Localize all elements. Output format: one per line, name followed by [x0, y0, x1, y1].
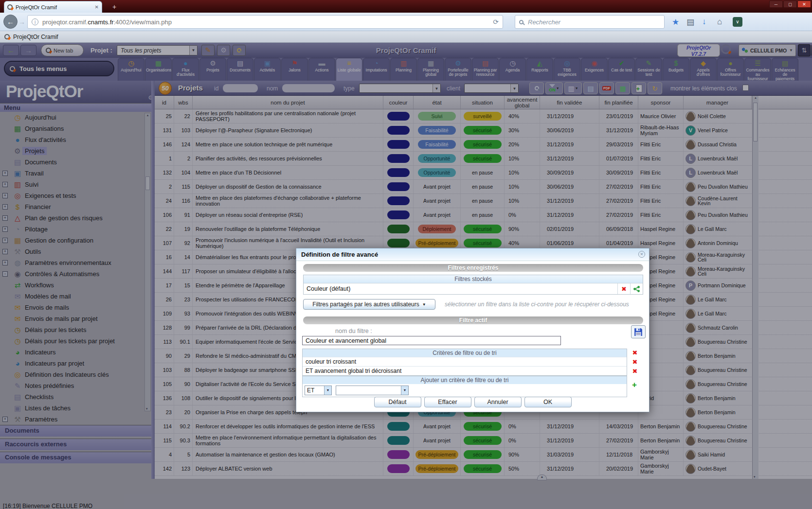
- bookmark-star-icon[interactable]: ★: [672, 17, 679, 27]
- browser-forward-button[interactable]: →: [18, 18, 25, 26]
- browser-tab-bar: ProjeQtOr Cramif ✕ + ─ ◻ ✕: [0, 0, 812, 13]
- pocket-icon[interactable]: ∨: [733, 17, 742, 27]
- page-title: ProjeQtOr Cramif: [13, 34, 58, 40]
- dialog-close-icon[interactable]: ✕: [638, 251, 645, 258]
- dialog-button[interactable]: Annuler: [474, 397, 522, 407]
- site-info-icon[interactable]: i: [32, 18, 38, 25]
- filter-name-input[interactable]: [302, 336, 561, 345]
- criteria-header: Critères de filtre ou de tri: [303, 349, 627, 357]
- window-minimize-button[interactable]: ─: [769, 0, 783, 8]
- browser-back-button[interactable]: ←: [3, 15, 18, 29]
- chevron-down-icon: ▼: [422, 302, 426, 307]
- downloads-icon[interactable]: ↓: [702, 17, 706, 27]
- dialog-title: Définition de filtre avancé: [296, 248, 649, 261]
- browser-tab[interactable]: ProjeQtOr Cramif ✕: [4, 1, 102, 13]
- page-title-bar: ProjeQtOr Cramif: [0, 31, 812, 43]
- criterion-field-select[interactable]: ▼: [336, 386, 409, 395]
- add-criterion-box: Ajouter un critère de filtre ou de tri E…: [302, 376, 627, 397]
- saved-filters-header: Filtres enregistrés: [303, 264, 643, 272]
- advanced-filter-dialog: Définition de filtre avancé ✕ Filtres en…: [296, 248, 650, 412]
- browser-search-input[interactable]: [527, 18, 660, 26]
- save-filter-button[interactable]: [631, 325, 646, 338]
- stored-filters-table: Filtres stockés Couleur (défaut) ✖: [303, 275, 643, 295]
- delete-criterion-icon[interactable]: ✖: [631, 368, 639, 375]
- screen: ProjeQtOr Cramif ✕ + ─ ◻ ✕ ← → i projeqt…: [0, 0, 812, 509]
- operator-select[interactable]: ET ▼: [305, 386, 332, 395]
- delete-criterion-icon[interactable]: ✖: [631, 358, 639, 366]
- criterion-row[interactable]: ET avancement global tri décroissant: [303, 366, 627, 375]
- stored-filters-subheader: Filtres stockés: [304, 275, 643, 283]
- save-icon: [634, 328, 643, 336]
- browser-tab-title: ProjeQtOr Cramif: [16, 4, 57, 10]
- share-filter-icon[interactable]: [630, 283, 643, 294]
- dialog-button[interactable]: OK: [524, 397, 572, 407]
- add-criterion-icon[interactable]: +: [632, 380, 637, 390]
- shared-filters-button[interactable]: Filtres partagés par les autres utilisat…: [303, 299, 435, 310]
- window-maximize-button[interactable]: ◻: [783, 0, 797, 8]
- filter-name-label: nom du filtre :: [335, 328, 372, 334]
- tab-close-icon[interactable]: ✕: [95, 4, 99, 10]
- url-text: projeqtor.cramif.cnamts.fr:4002/view/mai…: [42, 18, 172, 26]
- delete-filter-icon[interactable]: ✖: [621, 285, 627, 293]
- projeqtor-logo-icon: [4, 34, 10, 39]
- criterion-row[interactable]: couleur tri croissant: [303, 357, 627, 366]
- url-bar[interactable]: i projeqtor.cramif.cnamts.fr:4002/view/m…: [27, 15, 503, 29]
- reload-icon[interactable]: ⟳: [493, 18, 499, 26]
- new-tab-button[interactable]: +: [108, 2, 121, 11]
- chevron-down-icon: ▼: [324, 386, 331, 395]
- add-criterion-header: Ajouter un critère de filtre ou de tri: [303, 376, 627, 384]
- browser-navbar: ← → i projeqtor.cramif.cnamts.fr:4002/vi…: [0, 13, 812, 31]
- bookmarks-list-icon[interactable]: ▤: [686, 17, 694, 27]
- shared-filters-hint: sélectionner un filtre dans la liste ci-…: [445, 301, 629, 308]
- active-filter-header: Filtre actif: [303, 316, 643, 324]
- search-icon: [519, 20, 523, 24]
- dialog-buttons: Défaut Effacer Annuler OK: [296, 397, 649, 407]
- browser-search-box[interactable]: [515, 15, 665, 29]
- dialog-button[interactable]: Défaut: [374, 397, 421, 407]
- stored-filter-row[interactable]: Couleur (défaut) ✖: [304, 283, 643, 294]
- chevron-down-icon: ▼: [401, 386, 408, 395]
- home-icon[interactable]: ⌂: [717, 17, 722, 27]
- window-close-button[interactable]: ✕: [797, 0, 811, 8]
- delete-all-criteria-icon[interactable]: ✖: [631, 349, 639, 356]
- projeqtor-favicon: [7, 4, 13, 10]
- dialog-button[interactable]: Effacer: [424, 397, 471, 407]
- criteria-box: Critères de filtre ou de tri couleur tri…: [302, 349, 627, 376]
